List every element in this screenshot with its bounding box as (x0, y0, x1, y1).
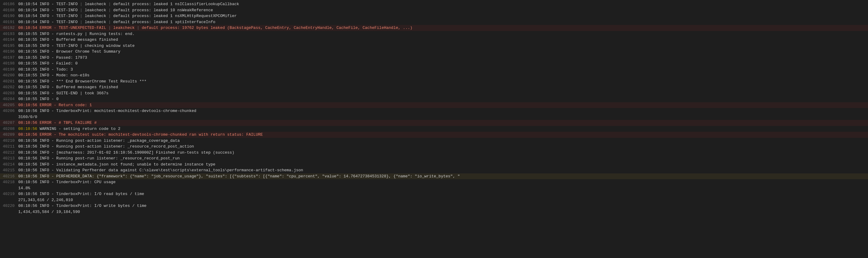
line-number: 40201 (2, 78, 18, 85)
line-number: 40203 (2, 90, 18, 96)
table-row: 4020908:10:56 ERROR - The mochitest suit… (0, 132, 868, 138)
line-number: 40186 (2, 1, 18, 7)
log-content: 08:10:56 ERROR - # TBPL FAILURE # (18, 120, 866, 126)
line-number: 40205 (2, 102, 18, 108)
log-container: 4018608:10:54 INFO - TEST-INFO | leakche… (0, 0, 868, 216)
log-content: 08:10:56 ERROR - The mochitest suite: mo… (18, 132, 866, 138)
log-content: 08:10:56 INFO - Running post-action list… (18, 138, 866, 144)
line-number: 40188 (2, 7, 18, 13)
line-number: 40213 (2, 156, 18, 162)
log-content: 08:10:55 INFO - *** End BrowserChrome Te… (18, 78, 866, 85)
line-number: 40192 (2, 25, 18, 31)
log-content: 08:10:54 INFO - TEST-INFO | leakcheck | … (18, 13, 866, 19)
table-row: 4018608:10:54 INFO - TEST-INFO | leakche… (0, 1, 868, 7)
line-number: 40197 (2, 55, 18, 61)
table-row: 4019808:10:55 INFO - Failed: 0 (0, 61, 868, 67)
line-number: 40206 (2, 108, 18, 120)
line-number: 40196 (2, 49, 18, 55)
table-row: 4018808:10:54 INFO - TEST-INFO | leakche… (0, 7, 868, 13)
log-content: 08:10:55 INFO - Buffered messages finish… (18, 84, 866, 90)
log-content: 08:10:56 INFO - TinderboxPrint: I/O writ… (18, 203, 866, 215)
table-row: 4019008:10:54 INFO - TEST-INFO | leakche… (0, 13, 868, 19)
log-content: 08:10:54 INFO - TEST-INFO | leakcheck | … (18, 19, 866, 25)
log-content: 08:10:56 INFO - instance_metadata.json n… (18, 162, 866, 168)
log-content: 08:10:55 INFO - TEST-INFO | checking win… (18, 43, 866, 49)
table-row: 4019208:10:54 ERROR - TEST-UNEXPECTED-FA… (0, 25, 868, 31)
line-number: 40200 (2, 72, 18, 78)
table-row: 4020408:10:55 INFO - 0 (0, 96, 868, 102)
log-content: 08:10:56 ERROR - Return code: 1 (18, 102, 866, 108)
line-number: 40193 (2, 31, 18, 37)
line-number: 40214 (2, 162, 18, 168)
table-row: 4021908:10:56 INFO - TinderboxPrint: I/O… (0, 191, 868, 203)
log-content: 08:10:56 INFO - TinderboxPrint: mochites… (18, 108, 866, 120)
table-row: 4022008:10:56 INFO - TinderboxPrint: I/O… (0, 203, 868, 215)
table-row: 4021508:10:56 INFO - Validating Perfherd… (0, 167, 868, 173)
table-row: 4019108:10:54 INFO - TEST-INFO | leakche… (0, 19, 868, 25)
table-row: 4021308:10:56 INFO - Running post-run li… (0, 156, 868, 162)
log-content: 08:10:55 INFO - SUITE-END | took 3667s (18, 90, 866, 96)
table-row: 4021608:10:56 INFO - PERFHERDER_DATA: {"… (0, 173, 868, 180)
table-row: 4019308:10:55 INFO - runtests.py | Runni… (0, 31, 868, 37)
line-number: 40212 (2, 150, 18, 156)
line-number: 40215 (2, 167, 18, 173)
log-content: 08:10:56 INFO - Running post-action list… (18, 143, 866, 150)
log-content: 08:10:56 WARNING - setting return code t… (18, 126, 866, 132)
table-row: 4021108:10:56 INFO - Running post-action… (0, 143, 868, 150)
line-number: 40204 (2, 96, 18, 102)
log-content: 08:10:56 INFO - TinderboxPrint: I/O read… (18, 191, 866, 203)
line-number: 40190 (2, 13, 18, 19)
line-number: 40195 (2, 43, 18, 49)
table-row: 4019708:10:55 INFO - Passed: 17973 (0, 55, 868, 61)
log-content: 08:10:55 INFO - Mode: non-e10s (18, 72, 866, 78)
line-number: 40202 (2, 84, 18, 90)
log-content: 08:10:55 INFO - runtests.py | Running te… (18, 31, 866, 37)
table-row: 4020308:10:55 INFO - SUITE-END | took 36… (0, 90, 868, 96)
log-content: 08:10:55 INFO - Passed: 17973 (18, 55, 866, 61)
line-number: 40198 (2, 61, 18, 67)
log-content: 08:10:56 INFO - Validating Perfherder da… (18, 167, 866, 173)
table-row: 4021208:10:56 INFO - [mozharness: 2017-0… (0, 150, 868, 156)
log-content: 08:10:55 INFO - Browser Chrome Test Summ… (18, 49, 866, 55)
table-row: 4021008:10:56 INFO - Running post-action… (0, 138, 868, 144)
table-row: 4020608:10:56 INFO - TinderboxPrint: moc… (0, 108, 868, 120)
log-content: 08:10:54 INFO - TEST-INFO | leakcheck | … (18, 7, 866, 13)
table-row: 4020008:10:55 INFO - Mode: non-e10s (0, 72, 868, 78)
line-number: 40207 (2, 120, 18, 126)
table-row: 4019408:10:55 INFO - Buffered messages f… (0, 37, 868, 43)
line-number: 40216 (2, 173, 18, 180)
line-number: 40211 (2, 143, 18, 150)
table-row: 4020708:10:56 ERROR - # TBPL FAILURE # (0, 120, 868, 126)
log-content: 08:10:56 INFO - Running post-run listene… (18, 156, 866, 162)
line-number: 40199 (2, 67, 18, 73)
line-number: 40219 (2, 191, 18, 203)
log-content: 08:10:55 INFO - Failed: 0 (18, 61, 866, 67)
log-content: 08:10:55 INFO - 0 (18, 96, 866, 102)
table-row: 4020208:10:55 INFO - Buffered messages f… (0, 84, 868, 90)
line-number: 40210 (2, 138, 18, 144)
line-number: 40191 (2, 19, 18, 25)
line-number: 40209 (2, 132, 18, 138)
table-row: 4019908:10:55 INFO - Todo: 3 (0, 67, 868, 73)
line-number: 40194 (2, 37, 18, 43)
table-row: 4019508:10:55 INFO - TEST-INFO | checkin… (0, 43, 868, 49)
log-content: 08:10:54 INFO - TEST-INFO | leakcheck | … (18, 1, 866, 7)
table-row: 4020808:10:56 WARNING - setting return c… (0, 126, 868, 132)
log-content: 08:10:54 ERROR - TEST-UNEXPECTED-FAIL | … (18, 25, 866, 31)
log-content: 08:10:56 INFO - PERFHERDER_DATA: {"frame… (18, 173, 866, 180)
line-number: 40218 (2, 179, 18, 191)
table-row: 4019608:10:55 INFO - Browser Chrome Test… (0, 49, 868, 55)
table-row: 4021408:10:56 INFO - instance_metadata.j… (0, 162, 868, 168)
line-number: 40208 (2, 126, 18, 132)
log-content: 08:10:55 INFO - Todo: 3 (18, 67, 866, 73)
log-content: 08:10:56 INFO - TinderboxPrint: CPU usag… (18, 179, 866, 191)
table-row: 4020108:10:55 INFO - *** End BrowserChro… (0, 78, 868, 85)
table-row: 4021808:10:56 INFO - TinderboxPrint: CPU… (0, 179, 868, 191)
line-number: 40220 (2, 203, 18, 215)
log-content: 08:10:55 INFO - Buffered messages finish… (18, 37, 866, 43)
table-row: 4020508:10:56 ERROR - Return code: 1 (0, 102, 868, 108)
log-content: 08:10:56 INFO - [mozharness: 2017-01-02 … (18, 150, 866, 156)
